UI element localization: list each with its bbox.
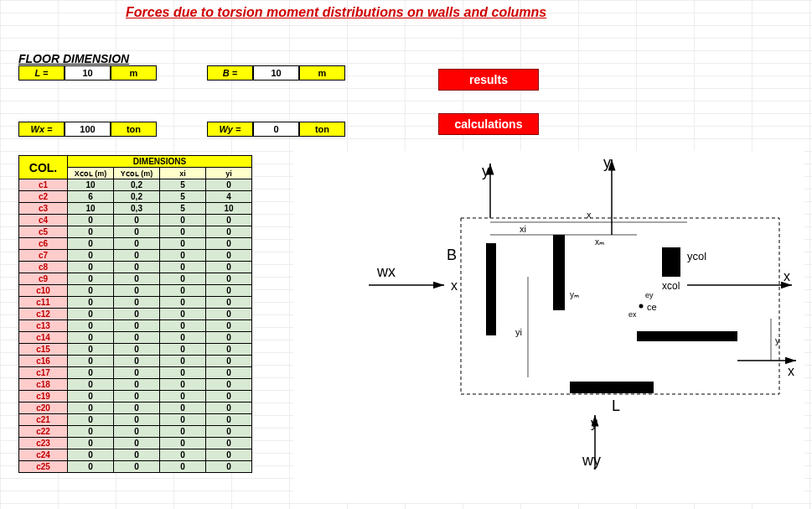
cell-value[interactable]: 0	[206, 273, 252, 285]
cell-value[interactable]: 0	[206, 297, 252, 309]
cell-value[interactable]: 0	[68, 367, 114, 379]
cell-value[interactable]: 10	[206, 203, 252, 215]
cell-value[interactable]: 0	[114, 238, 160, 250]
cell-value[interactable]: 0	[206, 320, 252, 332]
cell-value[interactable]: 0	[206, 438, 252, 449]
cell-value[interactable]: 0	[114, 426, 160, 438]
cell-value[interactable]: 0	[160, 414, 206, 426]
cell-value[interactable]: 0	[114, 438, 160, 449]
cell-value[interactable]: 0	[206, 309, 252, 320]
cell-value[interactable]: 0	[114, 309, 160, 320]
cell-value[interactable]: 0	[206, 379, 252, 391]
cell-value[interactable]: 0	[206, 449, 252, 461]
cell-value[interactable]: 0,3	[114, 203, 160, 215]
cell-value[interactable]: 0	[160, 250, 206, 262]
cell-value[interactable]: 0	[114, 449, 160, 461]
cell-value[interactable]: 0	[68, 332, 114, 344]
wy-input[interactable]: 0	[253, 122, 299, 137]
cell-value[interactable]: 0	[160, 391, 206, 403]
cell-value[interactable]: 0	[68, 226, 114, 238]
cell-value[interactable]: 0	[114, 250, 160, 262]
cell-value[interactable]: 0	[206, 238, 252, 250]
cell-value[interactable]: 6	[68, 191, 114, 203]
cell-value[interactable]: 0	[160, 356, 206, 367]
cell-value[interactable]: 0	[114, 215, 160, 226]
cell-value[interactable]: 0	[68, 426, 114, 438]
cell-value[interactable]: 0	[114, 320, 160, 332]
cell-value[interactable]: 0	[160, 438, 206, 449]
cell-value[interactable]: 0	[206, 179, 252, 191]
cell-value[interactable]: 0	[160, 262, 206, 273]
cell-value[interactable]: 0	[206, 250, 252, 262]
cell-value[interactable]: 0	[206, 461, 252, 473]
cell-value[interactable]: 0	[160, 285, 206, 297]
cell-value[interactable]: 0	[114, 344, 160, 356]
cell-value[interactable]: 0	[114, 403, 160, 414]
cell-value[interactable]: 0	[206, 332, 252, 344]
cell-value[interactable]: 10	[68, 203, 114, 215]
cell-value[interactable]: 0	[68, 309, 114, 320]
cell-value[interactable]: 0	[206, 426, 252, 438]
cell-value[interactable]: 0	[160, 332, 206, 344]
cell-value[interactable]: 0	[160, 461, 206, 473]
cell-value[interactable]: 0	[68, 285, 114, 297]
cell-value[interactable]: 0	[206, 391, 252, 403]
cell-value[interactable]: 0	[68, 449, 114, 461]
cell-value[interactable]: 0	[68, 297, 114, 309]
cell-value[interactable]: 0	[68, 215, 114, 226]
cell-value[interactable]: 0	[114, 262, 160, 273]
cell-value[interactable]: 0	[68, 379, 114, 391]
cell-value[interactable]: 0	[114, 332, 160, 344]
cell-value[interactable]: 0	[68, 320, 114, 332]
cell-value[interactable]: 0	[206, 226, 252, 238]
cell-value[interactable]: 0	[160, 297, 206, 309]
cell-value[interactable]: 0	[206, 356, 252, 367]
cell-value[interactable]: 0	[206, 403, 252, 414]
cell-value[interactable]: 0	[114, 285, 160, 297]
cell-value[interactable]: 0	[68, 273, 114, 285]
cell-value[interactable]: 0	[160, 309, 206, 320]
cell-value[interactable]: 0	[68, 461, 114, 473]
cell-value[interactable]: 0	[114, 391, 160, 403]
cell-value[interactable]: 0,2	[114, 179, 160, 191]
cell-value[interactable]: 0	[206, 215, 252, 226]
cell-value[interactable]: 0	[206, 367, 252, 379]
cell-value[interactable]: 0	[114, 461, 160, 473]
cell-value[interactable]: 0	[114, 273, 160, 285]
cell-value[interactable]: 0	[160, 367, 206, 379]
cell-value[interactable]: 4	[206, 191, 252, 203]
cell-value[interactable]: 0	[160, 426, 206, 438]
cell-value[interactable]: 0	[114, 379, 160, 391]
cell-value[interactable]: 0	[68, 414, 114, 426]
cell-value[interactable]: 0	[206, 344, 252, 356]
cell-value[interactable]: 0	[68, 262, 114, 273]
cell-value[interactable]: 0,2	[114, 191, 160, 203]
cell-value[interactable]: 0	[68, 391, 114, 403]
cell-value[interactable]: 0	[160, 403, 206, 414]
cell-value[interactable]: 0	[160, 449, 206, 461]
cell-value[interactable]: 0	[114, 226, 160, 238]
cell-value[interactable]: 0	[160, 273, 206, 285]
cell-value[interactable]: 0	[68, 238, 114, 250]
cell-value[interactable]: 0	[68, 356, 114, 367]
cell-value[interactable]: 0	[160, 344, 206, 356]
cell-value[interactable]: 0	[160, 226, 206, 238]
cell-value[interactable]: 0	[160, 379, 206, 391]
cell-value[interactable]: 0	[114, 367, 160, 379]
cell-value[interactable]: 0	[114, 356, 160, 367]
cell-value[interactable]: 0	[68, 438, 114, 449]
cell-value[interactable]: 5	[160, 191, 206, 203]
cell-value[interactable]: 5	[160, 179, 206, 191]
cell-value[interactable]: 0	[206, 262, 252, 273]
cell-value[interactable]: 0	[206, 285, 252, 297]
calculations-button[interactable]: calculations	[438, 113, 539, 135]
cell-value[interactable]: 0	[206, 414, 252, 426]
cell-value[interactable]: 0	[68, 250, 114, 262]
cell-value[interactable]: 0	[160, 238, 206, 250]
cell-value[interactable]: 5	[160, 203, 206, 215]
l-input[interactable]: 10	[65, 65, 111, 81]
b-input[interactable]: 10	[253, 65, 299, 81]
cell-value[interactable]: 0	[68, 403, 114, 414]
cell-value[interactable]: 0	[114, 414, 160, 426]
wx-input[interactable]: 100	[65, 122, 111, 137]
